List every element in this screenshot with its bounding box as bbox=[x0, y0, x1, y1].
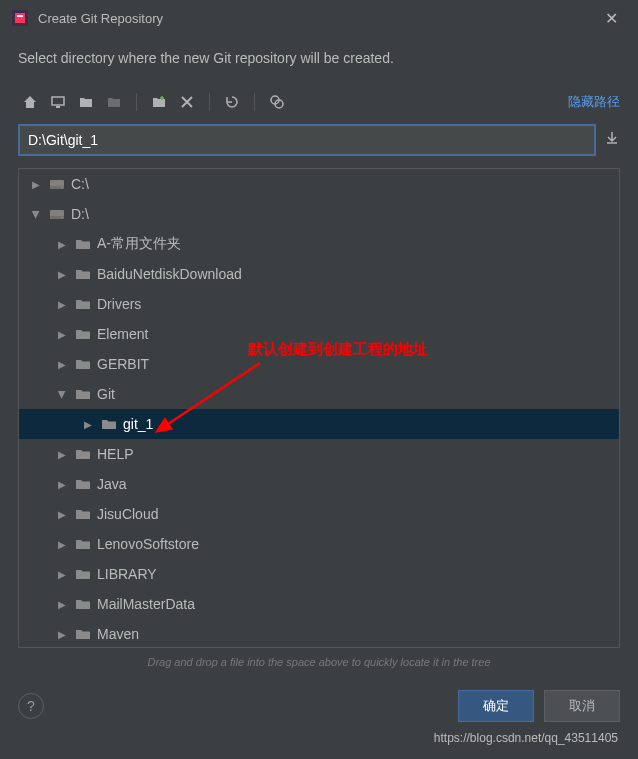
tree-item[interactable]: ▶Git bbox=[19, 379, 619, 409]
tree-item-label: Element bbox=[97, 326, 148, 342]
tree-item[interactable]: ▶JisuCloud bbox=[19, 499, 619, 529]
expand-arrow-icon[interactable]: ▶ bbox=[57, 387, 68, 401]
ok-button[interactable]: 确定 bbox=[458, 690, 534, 722]
tree-item[interactable]: ▶A-常用文件夹 bbox=[19, 229, 619, 259]
home-button[interactable] bbox=[18, 90, 42, 114]
module-button bbox=[102, 90, 126, 114]
expand-arrow-icon[interactable]: ▶ bbox=[55, 359, 69, 370]
svg-rect-3 bbox=[52, 97, 64, 105]
expand-arrow-icon[interactable]: ▶ bbox=[55, 239, 69, 250]
expand-arrow-icon[interactable]: ▶ bbox=[55, 449, 69, 460]
tree-item-label: C:\ bbox=[71, 176, 89, 192]
tree-item-label: JisuCloud bbox=[97, 506, 158, 522]
tree-item-label: LenovoSoftstore bbox=[97, 536, 199, 552]
cancel-button[interactable]: 取消 bbox=[544, 690, 620, 722]
svg-point-12 bbox=[61, 217, 63, 219]
expand-arrow-icon[interactable]: ▶ bbox=[29, 179, 43, 190]
tree-item-label: git_1 bbox=[123, 416, 153, 432]
tree-item[interactable]: ▶C:\ bbox=[19, 169, 619, 199]
tree-item-label: Git bbox=[97, 386, 115, 402]
tree-item-label: Drivers bbox=[97, 296, 141, 312]
tree-item-label: D:\ bbox=[71, 206, 89, 222]
expand-arrow-icon[interactable]: ▶ bbox=[55, 479, 69, 490]
new-folder-button[interactable] bbox=[147, 90, 171, 114]
expand-arrow-icon[interactable]: ▶ bbox=[31, 207, 42, 221]
show-hidden-button[interactable] bbox=[265, 90, 289, 114]
close-button[interactable]: ✕ bbox=[597, 5, 626, 32]
drag-hint: Drag and drop a file into the space abov… bbox=[0, 648, 638, 676]
window-title: Create Git Repository bbox=[38, 11, 597, 26]
expand-arrow-icon[interactable]: ▶ bbox=[55, 329, 69, 340]
expand-arrow-icon[interactable]: ▶ bbox=[81, 419, 95, 430]
tree-item[interactable]: ▶Drivers bbox=[19, 289, 619, 319]
tree-item[interactable]: ▶LIBRARY bbox=[19, 559, 619, 589]
subtitle: Select directory where the new Git repos… bbox=[0, 36, 638, 84]
expand-arrow-icon[interactable]: ▶ bbox=[55, 539, 69, 550]
expand-arrow-icon[interactable]: ▶ bbox=[55, 569, 69, 580]
tree-item[interactable]: ▶HELP bbox=[19, 439, 619, 469]
tree-item-label: HELP bbox=[97, 446, 134, 462]
expand-arrow-icon[interactable]: ▶ bbox=[55, 269, 69, 280]
tree-item[interactable]: ▶MailMasterData bbox=[19, 589, 619, 619]
svg-rect-2 bbox=[17, 15, 23, 17]
help-button[interactable]: ? bbox=[18, 693, 44, 719]
watermark: https://blog.csdn.net/qq_43511405 bbox=[434, 731, 618, 745]
tree-item[interactable]: ▶LenovoSoftstore bbox=[19, 529, 619, 559]
download-icon[interactable] bbox=[604, 130, 620, 150]
tree-item-label: MailMasterData bbox=[97, 596, 195, 612]
directory-tree[interactable]: ▶C:\▶D:\▶A-常用文件夹▶BaiduNetdiskDownload▶Dr… bbox=[18, 168, 620, 648]
tree-item[interactable]: ▶BaiduNetdiskDownload bbox=[19, 259, 619, 289]
tree-item-label: LIBRARY bbox=[97, 566, 157, 582]
tree-item-label: GERBIT bbox=[97, 356, 149, 372]
tree-item[interactable]: ▶GERBIT bbox=[19, 349, 619, 379]
tree-item-label: A-常用文件夹 bbox=[97, 235, 181, 253]
expand-arrow-icon[interactable]: ▶ bbox=[55, 509, 69, 520]
expand-arrow-icon[interactable]: ▶ bbox=[55, 599, 69, 610]
tree-item[interactable]: ▶git_1 bbox=[19, 409, 619, 439]
tree-item[interactable]: ▶Maven bbox=[19, 619, 619, 648]
path-input[interactable] bbox=[18, 124, 596, 156]
tree-item-label: Java bbox=[97, 476, 127, 492]
tree-item-label: BaiduNetdiskDownload bbox=[97, 266, 242, 282]
svg-rect-4 bbox=[56, 106, 60, 108]
project-button[interactable] bbox=[74, 90, 98, 114]
toolbar: 隐藏路径 bbox=[0, 84, 638, 120]
tree-item[interactable]: ▶Element bbox=[19, 319, 619, 349]
expand-arrow-icon[interactable]: ▶ bbox=[55, 629, 69, 640]
app-icon bbox=[12, 10, 28, 26]
tree-item[interactable]: ▶D:\ bbox=[19, 199, 619, 229]
expand-arrow-icon[interactable]: ▶ bbox=[55, 299, 69, 310]
delete-button[interactable] bbox=[175, 90, 199, 114]
refresh-button[interactable] bbox=[220, 90, 244, 114]
desktop-button[interactable] bbox=[46, 90, 70, 114]
svg-rect-1 bbox=[15, 13, 25, 23]
hide-path-link[interactable]: 隐藏路径 bbox=[568, 93, 620, 111]
svg-point-9 bbox=[61, 187, 63, 189]
tree-item-label: Maven bbox=[97, 626, 139, 642]
tree-item[interactable]: ▶Java bbox=[19, 469, 619, 499]
